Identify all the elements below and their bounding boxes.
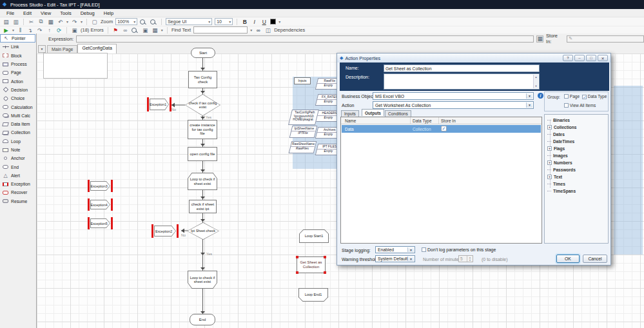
node-loop-start1[interactable]: Loop Start1 [299, 229, 329, 243]
cancel-button[interactable]: Cancel [583, 255, 607, 263]
description-scrollbar[interactable]: ▲▼ [533, 75, 538, 88]
tab-outputs[interactable]: Outputs [362, 109, 384, 116]
scroll-up-icon[interactable]: ▲ [535, 75, 538, 79]
find-text-input[interactable] [193, 26, 248, 34]
expand-icon[interactable]: + [547, 146, 552, 151]
bold-button[interactable]: B [241, 18, 248, 25]
scroll-down-icon[interactable]: ▼ [535, 84, 538, 88]
step-over-icon[interactable]: ↷ [36, 26, 43, 34]
node-exception5[interactable]: Exception5 [88, 217, 113, 229]
palette-item-action[interactable]: Action [0, 77, 36, 85]
expression-builder-icon[interactable]: ▦ [536, 35, 543, 43]
dialog-maximize-button[interactable]: □ [586, 55, 596, 61]
info-icon[interactable]: i [538, 93, 543, 99]
pause-icon[interactable]: ‖ [17, 26, 24, 34]
tree-times[interactable]: Times [547, 182, 565, 186]
node-end[interactable]: End [190, 314, 215, 325]
palette-item-link[interactable]: Link [0, 43, 36, 51]
palette-item-note[interactable]: Note [0, 146, 36, 154]
palette-item-pointer[interactable]: ↖Pointer [0, 34, 35, 43]
breakpoint-flag-icon[interactable]: ⚑ [112, 26, 119, 34]
tree-passwords[interactable]: Passwords [547, 168, 576, 172]
palette-item-loop[interactable]: Loop [0, 137, 36, 146]
menu-debug[interactable]: Debug [81, 10, 95, 16]
warning-threshold-dropdown[interactable]: System Default ▼ [375, 255, 415, 262]
group-viewall-checkbox[interactable]: View All Items [564, 103, 596, 108]
palette-item-multi-calc[interactable]: Multi Calc [0, 111, 36, 120]
tree-collections[interactable]: +Collections [547, 125, 577, 130]
group-page-checkbox[interactable]: Page [564, 94, 580, 99]
node-create-instance[interactable]: create instance for tax config file [188, 120, 217, 139]
node-loop-start-sheet[interactable]: Loop to check if sheet exist [188, 173, 217, 190]
palette-item-process[interactable]: Process [0, 60, 36, 68]
palette-item-block[interactable]: Block [0, 52, 36, 60]
zoom-combo[interactable]: 100% ▾ [115, 18, 137, 25]
font-size-combo[interactable]: 10 ▾ [215, 18, 233, 25]
action-dropdown[interactable]: Get Worksheet As Collection ▼ [373, 101, 534, 109]
name-input[interactable] [384, 64, 540, 72]
spin-down-icon[interactable]: ▼ [469, 259, 471, 262]
run-caret-icon[interactable]: ▾ [12, 28, 14, 32]
zoom-out-icon[interactable] [150, 19, 155, 24]
tab-inputs[interactable]: Inputs [341, 110, 359, 117]
menu-edit[interactable]: Edit [23, 10, 32, 16]
tab-conditions[interactable]: Conditions [385, 110, 411, 117]
tab-list-dropdown[interactable]: ▼ [38, 45, 46, 53]
menu-view[interactable]: View [41, 10, 51, 16]
node-loop-end1[interactable]: Loop End1 [298, 288, 328, 302]
palette-item-recover[interactable]: Recover [0, 188, 36, 197]
undo-caret-icon[interactable]: ▾ [66, 19, 68, 24]
menu-tools[interactable]: Tools [60, 10, 72, 16]
palette-item-anchor[interactable]: Anchor [0, 154, 36, 162]
node-get-sheet-as-collection[interactable]: Get Sheet as Collection [297, 256, 326, 273]
tree-text[interactable]: +Text [547, 175, 562, 179]
node-exception3[interactable]: Exception3 [88, 180, 113, 192]
node-exception4[interactable]: Exception4 [88, 198, 113, 211]
node-exception2[interactable]: Exception2 [151, 224, 179, 238]
store-in-checkbox[interactable]: ✓ [441, 126, 447, 131]
new-page-icon[interactable]: ▢ [91, 18, 98, 25]
redo-caret-icon[interactable]: ▾ [81, 19, 83, 24]
grid-caret-icon[interactable]: ▾ [161, 28, 163, 32]
page-description-box[interactable] [43, 53, 108, 79]
italic-button[interactable]: I [251, 18, 258, 25]
business-object-dropdown[interactable]: MS Excel VBO ▼ [373, 92, 534, 100]
dialog-close-button[interactable]: ✕ [598, 55, 608, 61]
stage-logging-dropdown[interactable]: Enabled ▼ [375, 246, 415, 253]
data-item-rawsheetname[interactable]: RawSheetNameRawFiles [289, 141, 317, 153]
palette-item-end[interactable]: End [0, 162, 36, 171]
data-item-iptsheetname[interactable]: IptSheetNameIPTFile [289, 126, 318, 138]
reset-icon[interactable]: ⟳ [55, 26, 63, 34]
paste-icon[interactable]: ▦ [47, 18, 54, 25]
palette-item-decision[interactable]: Decision [0, 86, 36, 94]
cut-icon[interactable]: ✂ [28, 18, 35, 25]
color-caret-icon[interactable]: ▾ [278, 19, 280, 24]
node-decision-ipt-sheet[interactable]: Ipt Sheet check [187, 222, 219, 240]
print-icon[interactable]: ▥ [12, 18, 19, 25]
zoom-in-icon[interactable] [140, 19, 145, 24]
tree-flags[interactable]: +Flags [547, 146, 565, 151]
store-in-field[interactable]: ✎ [567, 35, 644, 43]
palette-item-data-item[interactable]: Data Item [0, 120, 36, 128]
tree-timespans[interactable]: TimeSpans [547, 189, 576, 193]
description-textarea[interactable]: ▲▼ [384, 73, 540, 90]
data-item-taxconfigpath[interactable]: TaxConfigPath \\pngssvmh02\ HOME\pkagra\ [288, 110, 319, 125]
palette-item-choice[interactable]: Choice [0, 94, 36, 102]
copy-icon[interactable]: ⧉ [37, 18, 44, 25]
find-next-icon[interactable]: ∞ [255, 26, 262, 34]
node-start[interactable]: Start [191, 48, 215, 58]
watch-icon[interactable]: ∞ [122, 26, 129, 34]
tree-binaries[interactable]: Binaries [547, 118, 570, 122]
highlight-icon[interactable]: ▣ [142, 26, 149, 34]
dependencies-button[interactable]: Dependencies [274, 27, 305, 33]
palette-item-page[interactable]: Page [0, 68, 36, 77]
errors-icon[interactable]: ▣ [71, 26, 78, 34]
output-row-data[interactable]: Data Collection ✓ [342, 125, 541, 133]
tab-getconfigdata[interactable]: GetConfigData [77, 44, 116, 53]
grid-icon[interactable]: ▦ [151, 26, 159, 34]
redo-icon[interactable]: ↷ [71, 18, 78, 25]
node-check-sheet-ipt[interactable]: check if sheet exist ipt [189, 200, 217, 213]
node-exception1[interactable]: Exception1 [147, 97, 171, 111]
expand-icon[interactable]: + [547, 160, 552, 165]
tree-images[interactable]: Images [547, 153, 568, 158]
